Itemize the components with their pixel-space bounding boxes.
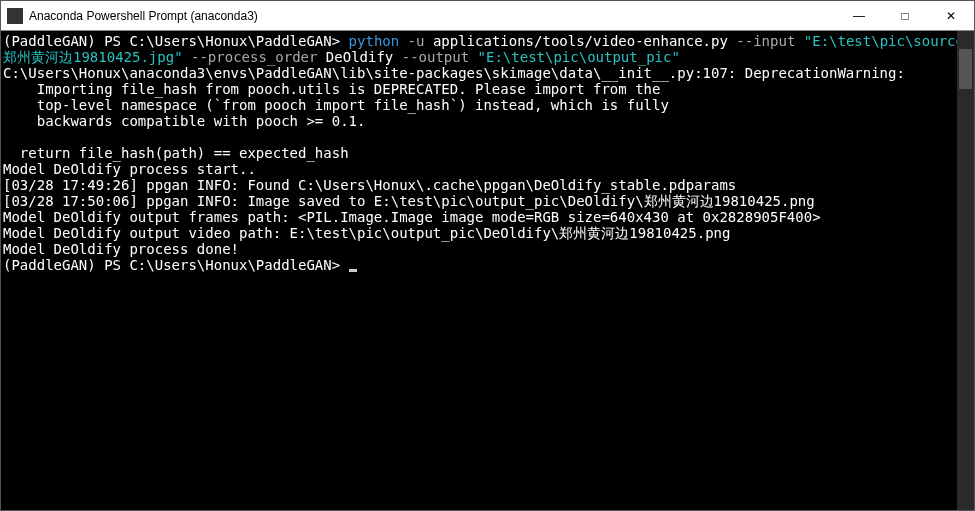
output-line: [03/28 17:49:26] ppgan INFO: Found C:\Us…	[3, 177, 736, 193]
cursor	[349, 269, 357, 272]
output-line: return file_hash(path) == expected_hash	[3, 145, 349, 161]
output-line: Model DeOldify process start..	[3, 161, 256, 177]
cmd-flag-u: -u	[399, 33, 424, 49]
maximize-button[interactable]: □	[882, 1, 928, 31]
prompt-path: PS C:\Users\Honux\PaddleGAN>	[104, 33, 348, 49]
output-line: Model DeOldify output video path: E:\tes…	[3, 225, 730, 241]
app-icon	[7, 8, 23, 24]
output-line: top-level namespace (`from pooch import …	[3, 97, 669, 113]
cmd-proc-val: DeOldify	[317, 49, 393, 65]
output-line: [03/28 17:50:06] ppgan INFO: Image saved…	[3, 193, 815, 209]
scroll-thumb[interactable]	[959, 49, 972, 89]
terminal[interactable]: (PaddleGAN) PS C:\Users\Honux\PaddleGAN>…	[1, 31, 957, 510]
cmd-flag-out: --output	[393, 49, 469, 65]
prompt-env: (PaddleGAN)	[3, 33, 104, 49]
output-line: backwards compatible with pooch >= 0.1.	[3, 113, 365, 129]
cmd-input-1: "E:\test\pic\source_pic\	[795, 33, 957, 49]
minimize-button[interactable]: —	[836, 1, 882, 31]
cmd-python: python	[349, 33, 400, 49]
cmd-input-2: 郑州黄河边19810425.jpg"	[3, 49, 183, 65]
output-line: C:\Users\Honux\anaconda3\envs\PaddleGAN\…	[3, 65, 905, 81]
prompt-path: PS C:\Users\Honux\PaddleGAN>	[104, 257, 348, 273]
cmd-out-val: "E:\test\pic\output_pic"	[469, 49, 680, 65]
output-line: Importing file_hash from pooch.utils is …	[3, 81, 660, 97]
prompt-env: (PaddleGAN)	[3, 257, 104, 273]
titlebar[interactable]: Anaconda Powershell Prompt (anaconda3) —…	[1, 1, 974, 31]
cmd-script: applications/tools/video-enhance.py	[424, 33, 727, 49]
titlebar-buttons: — □ ✕	[836, 1, 974, 31]
output-line: Model DeOldify process done!	[3, 241, 239, 257]
window: Anaconda Powershell Prompt (anaconda3) —…	[0, 0, 975, 511]
terminal-area: (PaddleGAN) PS C:\Users\Honux\PaddleGAN>…	[1, 31, 974, 510]
scrollbar[interactable]	[957, 31, 974, 510]
close-button[interactable]: ✕	[928, 1, 974, 31]
window-title: Anaconda Powershell Prompt (anaconda3)	[29, 9, 836, 23]
cmd-flag-input: --input	[728, 33, 795, 49]
output-line: Model DeOldify output frames path: <PIL.…	[3, 209, 821, 225]
cmd-flag-proc: --process_order	[183, 49, 318, 65]
